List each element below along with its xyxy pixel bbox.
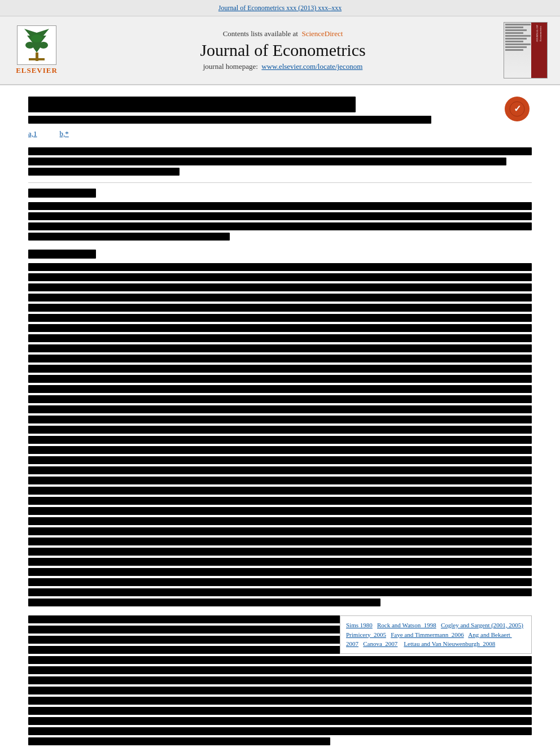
crossmark-badge[interactable]: ✓ [505,97,532,124]
ref-primiceri[interactable]: Primicery 2005 [346,631,386,638]
body-line-6 [28,666,532,674]
page-wrapper: Journal of Econometrics xxx (2013) xxx–x… [0,0,560,747]
homepage-link[interactable]: www.elsevier.com/locate/jeconom [261,62,362,71]
abstract-line-32 [28,578,532,586]
abstract-line-33 [28,588,532,596]
sciencedirect-link[interactable]: ScienceDirect [301,29,343,38]
abstract-line-18 [28,436,532,444]
abstract-line-34 [28,599,380,606]
text-line-3 [28,168,180,176]
abstract-line-11 [28,365,532,373]
author-b-link[interactable]: b,* [60,129,69,138]
text-line-1 [28,147,532,155]
ref-sims-1980[interactable]: Sims 1980 [346,622,373,628]
abstract-line-28 [28,538,532,545]
abstract-line-25 [28,507,532,515]
abstract-line-31 [28,568,532,576]
svg-text:✓: ✓ [514,104,521,113]
body-line-8 [28,687,532,694]
body-line-9 [28,697,532,705]
crossmark-circle: ✓ [505,97,530,121]
abstract-line-8 [28,334,532,342]
abstract-line-4 [28,294,532,302]
body-line-5 [28,656,532,664]
authors-line: a,1 b,* [28,129,532,138]
journal-issue-link[interactable]: Journal of Econometrics xxx (2013) xxx–x… [218,4,342,12]
sciencedirect-line: Contents lists available at ScienceDirec… [73,29,492,38]
article-title-block [28,97,356,112]
journal-cover-image: JOURNAL OFEconometrics [504,22,548,78]
abstract-line-9 [28,344,532,352]
journal-cover: JOURNAL OFEconometrics [504,22,549,78]
top-link-bar: Journal of Econometrics xxx (2013) xxx–x… [0,0,560,16]
main-content: a,1 b,* ✓ [0,85,560,747]
abstract-section [28,263,532,606]
ref-rock-watson-1998[interactable]: Rock and Watson 1998 [377,622,436,628]
abstract-line-29 [28,548,532,556]
abstract-line-20 [28,456,532,464]
abstract-line-22 [28,477,532,484]
body-line-12 [28,727,532,735]
elsevier-logo: ELSEVIER [11,25,62,75]
abstract-line-26 [28,517,532,525]
info-line-1 [28,202,532,210]
references-text: Sims 1980 Rock and Watson 1998 Cogley an… [346,621,526,649]
abstract-line-12 [28,375,532,383]
info-line-3 [28,222,532,230]
abstract-line-24 [28,497,532,505]
abstract-line-30 [28,558,532,566]
abstract-line-17 [28,426,532,434]
text-line-2 [28,158,506,165]
abstract-line-16 [28,416,532,423]
abstract-line-13 [28,385,532,393]
svg-point-3 [31,34,42,42]
abstract-line-15 [28,405,532,413]
abstract-line-14 [28,395,532,403]
abstract-line-19 [28,446,532,454]
info-line-4 [28,233,230,241]
article-title-line2 [28,116,431,124]
abstract-line-21 [28,466,532,474]
abstract-line-6 [28,314,532,322]
elsevier-label: ELSEVIER [16,66,58,75]
body-line-7 [28,676,532,684]
article-info-section [28,189,532,241]
abstract-line-3 [28,283,532,291]
abstract-line-27 [28,527,532,535]
body-line-13 [28,737,330,745]
journal-header: ELSEVIER Contents lists available at Sci… [0,16,560,85]
affiliations-section [28,147,532,176]
body-line-10 [28,707,532,715]
article-title-section: a,1 b,* ✓ [28,97,532,138]
journal-center: Contents lists available at ScienceDirec… [73,29,492,71]
abstract-line-5 [28,304,532,312]
svg-point-1 [25,42,34,49]
svg-point-2 [39,42,48,49]
abstract-line-1 [28,263,532,271]
divider-1 [28,182,532,183]
author-a-link[interactable]: a,1 [28,129,37,138]
homepage-line: journal homepage: www.elsevier.com/locat… [73,62,492,71]
section-header-1 [28,189,96,198]
abstract-line-23 [28,487,532,495]
abstract-header [28,250,96,259]
ref-lettau-nieuwenburgh[interactable]: Lettau and Van Nieuwenburgh 2008 [404,640,495,647]
abstract-line-2 [28,273,532,281]
body-line-11 [28,717,532,725]
ref-canova[interactable]: Canova 2007 [363,640,397,647]
journal-title: Journal of Econometrics [73,41,492,60]
elsevier-tree-image [17,25,56,65]
ref-faye-timmermann[interactable]: Faye and Timmermann 2006 [391,631,464,638]
ref-cogley-sargent[interactable]: Cogley and Sargent (2001, 2005) [441,622,523,628]
svg-rect-4 [29,58,45,60]
references-box: Sims 1980 Rock and Watson 1998 Cogley an… [340,615,532,654]
info-line-2 [28,212,532,220]
abstract-line-10 [28,355,532,362]
abstract-line-7 [28,324,532,332]
